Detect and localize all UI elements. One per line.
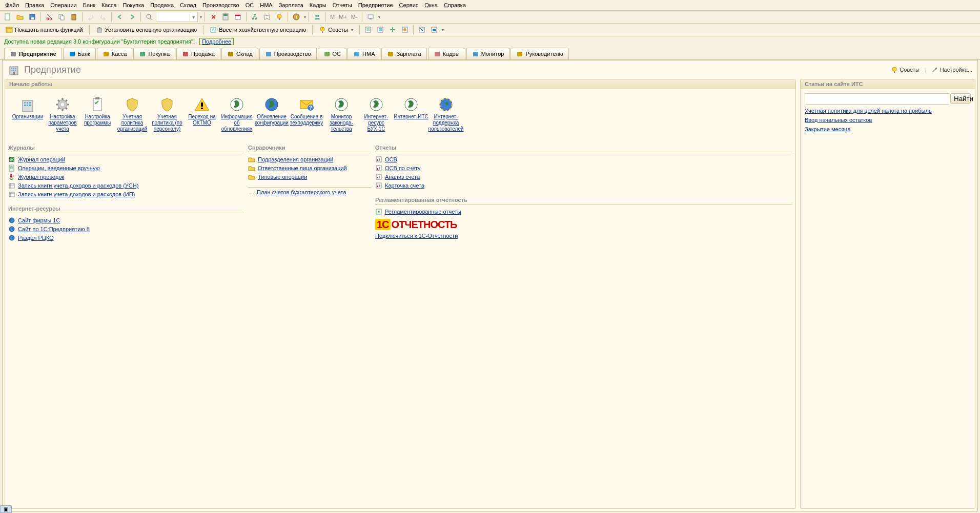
tree-icon[interactable] xyxy=(249,11,260,23)
start-item-label[interactable]: Переход на ОКТМО xyxy=(185,114,219,126)
find-button[interactable]: Найти xyxy=(950,93,971,104)
iresource-link[interactable]: Сайт по 1С:Предприятию 8 xyxy=(18,226,90,232)
tab-склад[interactable]: Склад xyxy=(221,48,258,59)
start-item-обновление[interactable]: Обновление конфигурации xyxy=(254,96,289,132)
start-item-label[interactable]: Интернет-поддержка пользователей xyxy=(428,114,463,132)
tab-производство[interactable]: Производство xyxy=(259,48,317,59)
its-search-input[interactable] xyxy=(805,93,949,105)
open-icon[interactable] xyxy=(14,11,26,23)
tab-продажа[interactable]: Продажа xyxy=(176,48,220,59)
tab-кадры[interactable]: Кадры xyxy=(428,48,465,59)
tab-касса[interactable]: Касса xyxy=(97,48,133,59)
menu-файл[interactable]: Файл xyxy=(2,0,22,10)
regrep-link[interactable]: Регламентированные отчеты xyxy=(385,209,461,215)
tab-руководителю[interactable]: Руководителю xyxy=(511,48,568,59)
menu-операции[interactable]: Операции xyxy=(47,0,79,10)
settings-link[interactable]: Настройка... xyxy=(931,66,972,73)
tab-банк[interactable]: Банк xyxy=(63,48,96,59)
start-item-настройка[interactable]: Настройка программы xyxy=(80,96,115,132)
start-item-интернет-ресурс[interactable]: Интернет-ресурс БУХ.1С xyxy=(359,96,394,132)
start-item-сообщение[interactable]: ?Сообщение в техподдержку xyxy=(289,96,324,132)
start-item-label[interactable]: Организации xyxy=(12,114,43,120)
menu-нма[interactable]: НМА xyxy=(257,0,275,10)
qtool1-icon[interactable] xyxy=(362,24,374,35)
menu-зарплата[interactable]: Зарплата xyxy=(276,0,307,10)
report-link[interactable]: ОСВ xyxy=(385,156,397,162)
undo-icon[interactable] xyxy=(85,11,96,23)
start-item-интернет-итс[interactable]: Интернет-ИТС xyxy=(394,96,428,132)
qtool2-icon[interactable] xyxy=(375,24,386,35)
dropdown-icon[interactable]: ▾ xyxy=(200,15,202,19)
tab-ос[interactable]: ОС xyxy=(318,48,347,59)
tab-монитор[interactable]: Монитор xyxy=(466,48,510,59)
screen-icon[interactable] xyxy=(365,11,376,23)
start-item-label[interactable]: Интернет-ресурс БУХ.1С xyxy=(359,114,394,132)
menu-покупка[interactable]: Покупка xyxy=(120,0,148,10)
start-item-интернет-поддержка[interactable]: Интернет-поддержка пользователей xyxy=(428,96,463,132)
new-doc-icon[interactable] xyxy=(2,11,13,23)
start-item-label[interactable]: Обновление конфигурации xyxy=(254,114,289,126)
menu-кадры[interactable]: Кадры xyxy=(307,0,330,10)
its-link[interactable]: Закрытие месяца xyxy=(805,126,971,132)
users-icon[interactable] xyxy=(312,11,323,23)
start-item-label[interactable]: Учетная политика организаций xyxy=(115,114,150,132)
report-link[interactable]: Анализ счета xyxy=(385,174,420,180)
m-plus-label[interactable]: M+ xyxy=(337,14,349,20)
info-more-link[interactable]: Подробнее xyxy=(199,38,234,45)
tab-нма[interactable]: НМА xyxy=(348,48,380,59)
its-link[interactable]: Ввод начальных остатков xyxy=(805,117,971,123)
menu-касса[interactable]: Касса xyxy=(98,0,120,10)
enter-oper-button[interactable]: A Ввести хозяйственную операцию xyxy=(206,24,310,35)
start-item-информация[interactable]: Информация об обновлениях xyxy=(219,96,254,132)
menu-правка[interactable]: Правка xyxy=(22,0,47,10)
info-icon[interactable]: i xyxy=(291,11,302,23)
journal-link[interactable]: Запись книги учета доходов и расходов (У… xyxy=(18,182,138,189)
tab-зарплата[interactable]: Зарплата xyxy=(381,48,426,59)
start-item-организации[interactable]: Организации xyxy=(10,96,45,132)
plan-link[interactable]: План счетов бухгалтерского учета xyxy=(257,189,346,195)
start-item-label[interactable]: Настройка параметров учета xyxy=(45,114,80,132)
nav-back-icon[interactable] xyxy=(114,11,126,23)
set-main-org-button[interactable]: Установить основную организацию xyxy=(92,24,201,35)
start-item-label[interactable]: Учетная политика (по персоналу) xyxy=(150,114,185,132)
dropdown-icon[interactable]: ▾ xyxy=(378,15,380,19)
journal-link[interactable]: Журнал проводок xyxy=(18,174,64,180)
menu-ос[interactable]: ОС xyxy=(242,0,257,10)
advice-button[interactable]: Советы ▾ xyxy=(315,24,356,35)
menu-производство[interactable]: Производство xyxy=(199,0,242,10)
calendar-icon[interactable] xyxy=(232,11,243,23)
taskbar-item[interactable]: ▣ xyxy=(0,505,12,513)
m-label[interactable]: M xyxy=(329,14,336,20)
tab-покупка[interactable]: Покупка xyxy=(133,48,175,59)
search-icon[interactable] xyxy=(144,11,155,23)
nav-fwd-icon[interactable] xyxy=(127,11,138,23)
journal-link[interactable]: Запись книги учета доходов и расходов (И… xyxy=(18,191,135,197)
menu-сервис[interactable]: Сервис xyxy=(396,0,422,10)
start-item-учетная[interactable]: Учетная политика организаций xyxy=(115,96,150,132)
cut-icon[interactable] xyxy=(44,11,55,23)
ref-link[interactable]: Подразделения организаций xyxy=(258,156,333,162)
iresource-link[interactable]: Раздел РЦКО xyxy=(18,235,54,241)
paste-icon[interactable] xyxy=(68,11,79,23)
qtool6-icon[interactable] xyxy=(428,24,440,35)
dropdown-icon[interactable]: ▾ xyxy=(304,15,306,19)
start-item-настройка[interactable]: Настройка параметров учета xyxy=(45,96,80,132)
m-minus-label[interactable]: M- xyxy=(350,14,359,20)
journal-link[interactable]: Операции, введенные вручную xyxy=(18,165,100,171)
menu-окна[interactable]: Окна xyxy=(421,0,441,10)
menu-отчеты[interactable]: Отчеты xyxy=(330,0,355,10)
start-item-label[interactable]: Сообщение в техподдержку xyxy=(289,114,324,126)
start-item-label[interactable]: Интернет-ИТС xyxy=(394,114,428,120)
calc-icon[interactable] xyxy=(220,11,231,23)
qtool3-icon[interactable] xyxy=(387,24,398,35)
search-combo[interactable]: ▾ xyxy=(156,12,198,22)
save-icon[interactable] xyxy=(27,11,38,23)
start-item-переход[interactable]: Переход на ОКТМО xyxy=(185,96,219,132)
qtool5-icon[interactable] xyxy=(416,24,427,35)
start-item-label[interactable]: Монитор законода- тельства xyxy=(324,114,359,132)
qtool4-icon[interactable] xyxy=(399,24,411,35)
close-x-icon[interactable]: ✕ xyxy=(208,11,219,23)
menu-предприятие[interactable]: Предприятие xyxy=(355,0,396,10)
menu-склад[interactable]: Склад xyxy=(177,0,199,10)
copy-icon[interactable] xyxy=(56,11,67,23)
